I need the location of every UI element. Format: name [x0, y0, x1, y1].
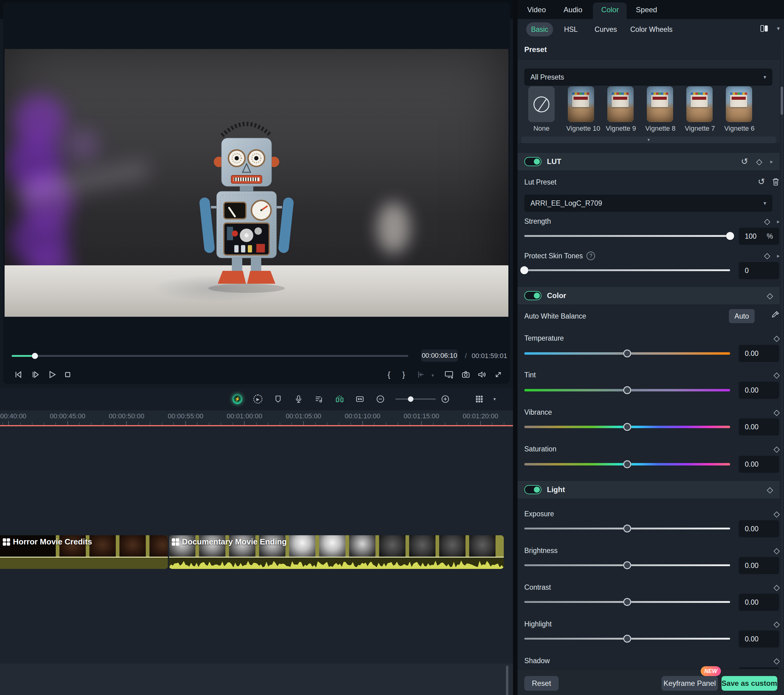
keyframe-icon[interactable]: ◇ — [774, 546, 780, 555]
volume-icon[interactable] — [476, 369, 487, 380]
trim-icon[interactable] — [415, 369, 426, 380]
auto-white-balance-button[interactable]: Auto — [729, 309, 754, 323]
mark-out-icon[interactable]: } — [398, 369, 409, 380]
saturation-value[interactable]: 0.00 — [739, 456, 779, 473]
voiceover-mic-icon[interactable] — [293, 394, 304, 404]
contrast-slider-handle[interactable] — [623, 598, 631, 606]
audio-mixer-icon[interactable] — [314, 394, 324, 404]
mark-in-icon[interactable]: { — [384, 369, 394, 380]
trash-icon[interactable] — [772, 177, 780, 186]
keyframe-panel-button[interactable]: Keyframe Panel — [662, 676, 718, 691]
keyframe-icon[interactable]: ◇ — [764, 251, 770, 260]
zoom-slider-handle[interactable] — [408, 396, 413, 402]
tab-speed[interactable]: Speed — [636, 5, 657, 14]
protect-skin-tones-value[interactable]: 0 — [739, 262, 779, 279]
tint-slider[interactable] — [524, 389, 730, 391]
compare-view-icon[interactable] — [760, 25, 769, 33]
contrast-value[interactable]: 0.00 — [739, 594, 779, 611]
vibrance-value[interactable]: 0.00 — [739, 418, 779, 435]
save-as-custom-button[interactable]: Save as custom — [721, 676, 777, 691]
temperature-slider[interactable] — [524, 352, 730, 355]
marker-icon[interactable] — [273, 394, 283, 404]
strength-slider[interactable] — [524, 235, 730, 237]
video-preview[interactable] — [5, 49, 508, 317]
keyframe-icon[interactable]: ◇ — [774, 370, 780, 380]
protect-skin-tones-slider-handle[interactable] — [520, 266, 528, 274]
stop-button[interactable] — [62, 369, 73, 380]
light-toggle[interactable] — [524, 485, 542, 494]
snapshot-camera-icon[interactable] — [460, 369, 471, 380]
protect-skin-tones-slider[interactable] — [524, 269, 730, 271]
previous-frame-button[interactable] — [13, 369, 24, 380]
subtab-basic[interactable]: Basic — [526, 22, 553, 36]
timeline-zoom-slider[interactable] — [395, 398, 436, 400]
brightness-slider-handle[interactable] — [623, 561, 631, 569]
display-device-icon[interactable] — [443, 369, 455, 380]
render-preview-icon[interactable]: ▶ — [253, 394, 263, 404]
play-button[interactable] — [46, 369, 57, 380]
help-icon[interactable]: ? — [586, 251, 595, 260]
trim-chevron-icon[interactable]: ▾ — [427, 370, 438, 381]
temperature-value[interactable]: 0.00 — [739, 345, 779, 362]
reset-button[interactable]: Reset — [524, 676, 558, 691]
vibrance-slider[interactable] — [524, 426, 730, 428]
preset-item-vignette-10[interactable]: Vignette 10 — [566, 86, 596, 133]
lut-toggle[interactable] — [524, 157, 542, 166]
strength-value[interactable]: 100% — [739, 228, 779, 245]
panel-scrollbar-track[interactable] — [781, 40, 783, 669]
keyframe-expand-icon[interactable]: ▸ — [777, 253, 780, 259]
fit-timeline-icon[interactable] — [355, 394, 365, 404]
saturation-slider[interactable] — [524, 463, 730, 465]
tint-slider-handle[interactable] — [623, 386, 631, 394]
preset-item-vignette-9[interactable]: Vignette 9 — [606, 86, 635, 133]
lut-keyframe-expand-icon[interactable]: ▸ — [770, 158, 773, 165]
panel-scrollbar-thumb[interactable] — [781, 87, 783, 115]
preset-item-none[interactable]: None — [527, 86, 556, 133]
strength-slider-handle[interactable] — [726, 232, 734, 240]
lut-keyframe-icon[interactable]: ◇ — [756, 157, 762, 166]
exposure-slider[interactable] — [524, 527, 730, 529]
subtab-hsl[interactable]: HSL — [564, 25, 578, 34]
lut-reset-icon[interactable]: ↺ — [741, 157, 748, 166]
preset-expand-bar[interactable]: ▼ — [521, 136, 776, 143]
tint-value[interactable]: 0.00 — [739, 382, 779, 399]
exposure-value[interactable]: 0.00 — [739, 520, 779, 537]
preset-item-vignette-7[interactable]: Vignette 7 — [685, 86, 714, 133]
next-frame-button[interactable] — [30, 369, 41, 380]
preset-item-vignette-8[interactable]: Vignette 8 — [645, 86, 675, 133]
contrast-slider[interactable] — [524, 601, 730, 603]
keyframe-icon[interactable]: ◇ — [774, 334, 780, 343]
subtab-color-wheels[interactable]: Color Wheels — [630, 25, 672, 34]
exposure-slider-handle[interactable] — [623, 524, 631, 532]
tab-video[interactable]: Video — [527, 5, 546, 14]
highlight-value[interactable]: 0.00 — [739, 631, 779, 647]
preset-item-vignette-6[interactable]: Vignette 6 — [724, 86, 754, 133]
color-keyframe-icon[interactable]: ◇ — [767, 291, 773, 301]
timeline-clip[interactable]: Documentary Movie Ending — [169, 535, 504, 569]
lut-preset-dropdown[interactable]: ARRI_EE_LogC_R709 ▾ — [524, 195, 772, 212]
light-keyframe-icon[interactable]: ◇ — [767, 485, 773, 495]
timeline-clip[interactable]: Horror Movie Credits — [0, 535, 168, 569]
keyframe-icon[interactable]: ◇ — [774, 444, 780, 454]
lut-preset-reset-icon[interactable]: ↺ — [758, 177, 765, 186]
keyframe-icon[interactable]: ◇ — [774, 583, 780, 592]
vibrance-slider-handle[interactable] — [623, 423, 631, 431]
brightness-slider[interactable] — [524, 564, 730, 566]
track-manager-chevron-icon[interactable]: ▾ — [489, 394, 500, 404]
tab-audio[interactable]: Audio — [563, 5, 582, 14]
track-manager-icon[interactable] — [474, 394, 484, 404]
keyframe-icon[interactable]: ◇ — [774, 509, 780, 519]
keyframe-icon[interactable]: ◇ — [764, 217, 770, 226]
highlight-slider-handle[interactable] — [623, 635, 631, 642]
zoom-in-icon[interactable] — [440, 394, 451, 404]
eyedropper-icon[interactable] — [771, 311, 780, 319]
timeline-vertical-scrollbar[interactable] — [506, 665, 508, 695]
ai-tools-icon[interactable]: ⚡ — [232, 394, 242, 404]
highlight-slider[interactable] — [524, 638, 730, 640]
preset-filter-dropdown[interactable]: All Presets ▾ — [524, 69, 772, 86]
fullscreen-icon[interactable] — [493, 369, 504, 380]
subtab-curves[interactable]: Curves — [595, 25, 617, 34]
brightness-value[interactable]: 0.00 — [739, 557, 779, 574]
color-toggle[interactable] — [524, 291, 542, 300]
keyframe-icon[interactable]: ◇ — [774, 619, 780, 629]
